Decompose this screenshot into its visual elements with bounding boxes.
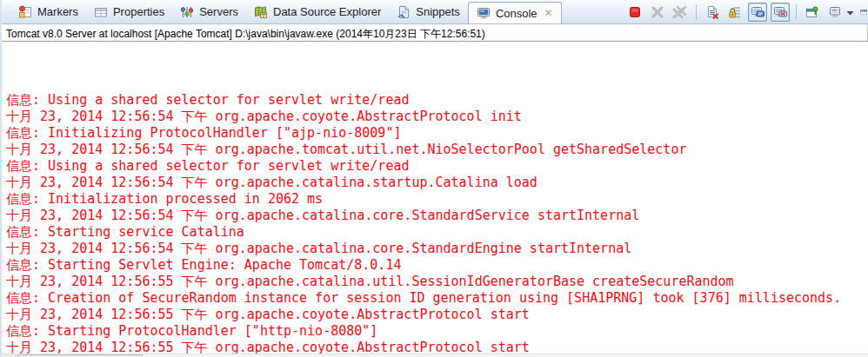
- console-log-line: 信息: Initialization processed in 2062 ms: [6, 191, 868, 208]
- toolbar-separator: [696, 4, 697, 20]
- console-view: Markers Properties: [0, 0, 868, 357]
- console-log-line: 信息: Using a shared selector for servlet …: [6, 158, 868, 175]
- remove-launch-icon: [651, 5, 664, 19]
- show-stdout-toggle[interactable]: [748, 3, 767, 22]
- stdout-monitor-icon: [751, 5, 765, 19]
- scroll-lock-icon: [728, 5, 742, 19]
- tab-snippets[interactable]: Snippets: [389, 1, 468, 23]
- remove-all-icon: [672, 5, 688, 19]
- console-log-line: 信息: Using a shared selector for servlet …: [6, 92, 868, 109]
- console-log-line: 十月 23, 2014 12:56:54 下午 org.apache.tomca…: [6, 142, 868, 158]
- view-tab-bar: Markers Properties: [2, 0, 868, 24]
- open-console-icon: [860, 5, 867, 19]
- display-selected-console-button[interactable]: [825, 3, 845, 22]
- chevron-down-icon: [846, 10, 854, 17]
- tab-data-source-explorer[interactable]: Data Source Explorer: [246, 1, 389, 23]
- tab-markers[interactable]: Markers: [10, 1, 86, 23]
- show-stderr-toggle[interactable]: [771, 3, 790, 22]
- console-log-line: 信息: Starting service Catalina: [6, 224, 868, 241]
- clear-console-button[interactable]: [703, 3, 722, 22]
- console-log-line: 十月 23, 2014 12:56:54 下午 org.apache.coyot…: [6, 109, 868, 125]
- close-icon[interactable]: ✕: [544, 7, 553, 19]
- stderr-monitor-icon: [773, 5, 787, 19]
- tab-label: Console: [496, 7, 537, 20]
- remove-launch-button: [648, 3, 667, 22]
- console-log-line: 十月 23, 2014 12:56:54 下午 org.apache.catal…: [6, 241, 868, 257]
- snippets-icon: [397, 5, 411, 19]
- properties-icon: [94, 5, 108, 19]
- clear-console-icon: [705, 5, 719, 19]
- tab-properties[interactable]: Properties: [86, 1, 172, 23]
- servers-icon: [180, 5, 194, 19]
- console-dropdown-arrow[interactable]: [846, 4, 854, 20]
- console-log-line: 信息: Creation of SecureRandom instance fo…: [6, 290, 868, 307]
- open-console-button[interactable]: [859, 3, 868, 22]
- data-source-explorer-icon: [254, 5, 268, 19]
- scroll-lock-button[interactable]: [725, 3, 744, 22]
- tab-label: Data Source Explorer: [273, 5, 381, 18]
- console-output[interactable]: 信息: Using a shared selector for servlet …: [2, 42, 868, 356]
- horizontal-scrollbar[interactable]: [2, 354, 868, 357]
- console-icon: [477, 6, 491, 20]
- tab-label: Snippets: [416, 5, 460, 18]
- tab-label: Properties: [113, 5, 164, 18]
- terminate-icon: [628, 5, 642, 19]
- console-toolbar: [625, 2, 868, 23]
- console-log-line: 信息: Starting ProtocolHandler ["http-nio-…: [6, 323, 868, 340]
- console-log-line: 十月 23, 2014 12:56:55 下午 org.apache.coyot…: [6, 307, 868, 323]
- remove-all-terminated-button: [671, 3, 690, 22]
- tab-servers[interactable]: Servers: [172, 1, 246, 23]
- tab-label: Markers: [37, 5, 78, 18]
- console-description: Tomcat v8.0 Server at localhost [Apache …: [2, 24, 868, 42]
- display-console-icon: [828, 5, 842, 19]
- terminate-button[interactable]: [625, 3, 644, 22]
- tab-console[interactable]: Console ✕: [468, 2, 562, 23]
- console-log-line: 信息: Starting Servlet Engine: Apache Tomc…: [6, 257, 868, 274]
- pin-console-button[interactable]: [803, 3, 822, 22]
- console-log-line: 十月 23, 2014 12:56:55 下午 org.apache.catal…: [6, 274, 868, 290]
- toolbar-separator: [796, 4, 797, 20]
- console-log-line: 十月 23, 2014 12:56:54 下午 org.apache.catal…: [6, 208, 868, 224]
- console-log-line: 十月 23, 2014 12:56:54 下午 org.apache.catal…: [6, 175, 868, 191]
- pin-console-icon: [805, 5, 819, 19]
- markers-icon: [18, 5, 32, 19]
- tab-label: Servers: [199, 5, 238, 18]
- console-log-line: 信息: Initializing ProtocolHandler ["ajp-n…: [6, 125, 868, 142]
